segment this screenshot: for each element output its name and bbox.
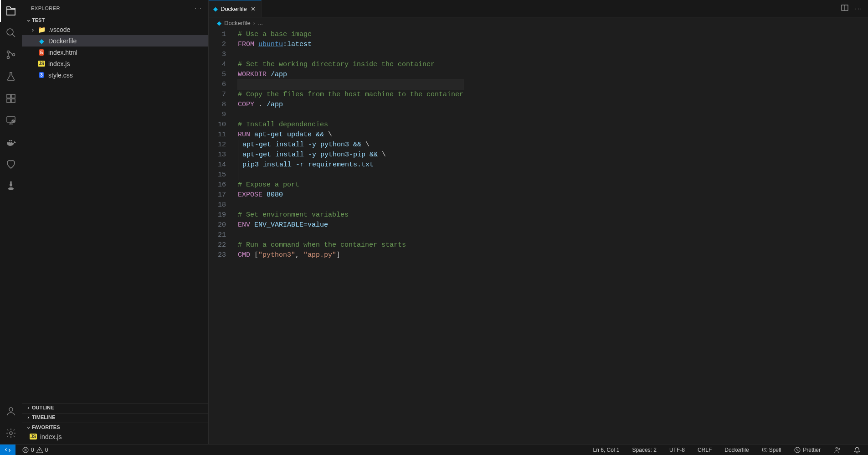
svg-point-4 <box>13 54 15 56</box>
chevron-right-icon: › <box>253 20 255 26</box>
warning-count: 0 <box>45 447 48 453</box>
svg-rect-5 <box>7 94 10 98</box>
code-content[interactable]: # Use a base imageFROM ubuntu:latest # S… <box>238 28 463 444</box>
feedback-icon[interactable] <box>831 446 843 454</box>
file-tree: ›📁.vscode◆Dockerfile5index.htmlJSindex.j… <box>22 24 208 81</box>
search-icon[interactable] <box>0 22 22 44</box>
breadcrumb-tail: ... <box>258 20 263 26</box>
testing-icon[interactable] <box>0 66 22 88</box>
outline-label: OUTLINE <box>32 405 54 410</box>
js-icon: JS <box>36 61 46 67</box>
svg-line-22 <box>796 449 799 451</box>
svg-point-24 <box>839 448 840 450</box>
svg-rect-7 <box>11 99 15 103</box>
source-control-icon[interactable] <box>0 44 22 66</box>
error-count: 0 <box>31 447 34 453</box>
spell-icon: 🄪 <box>762 447 767 453</box>
css-icon: 3 <box>36 72 46 78</box>
timeline-label: TIMELINE <box>32 414 55 420</box>
docker-icon[interactable] <box>0 131 22 153</box>
more-icon[interactable]: ··· <box>195 5 202 11</box>
svg-point-23 <box>836 447 837 449</box>
settings-gear-icon[interactable] <box>0 422 22 444</box>
svg-point-0 <box>7 29 13 35</box>
file-item[interactable]: ◆Dockerfile <box>22 35 208 47</box>
file-item[interactable]: 3style.css <box>22 69 208 81</box>
split-editor-icon[interactable] <box>841 4 848 13</box>
folder-icon: 📁 <box>36 26 46 33</box>
tab-label: Dockerfile <box>221 5 247 12</box>
activity-bar <box>0 0 22 444</box>
svg-point-2 <box>7 51 10 53</box>
chevron-right-icon: › <box>29 26 36 33</box>
html-icon: 5 <box>36 49 46 56</box>
svg-line-1 <box>12 34 15 37</box>
favorites-section[interactable]: ⌄ FAVORITES <box>22 423 208 431</box>
language-mode[interactable]: Dockerfile <box>722 447 751 453</box>
svg-rect-6 <box>7 99 10 103</box>
tree-label: index.js <box>48 60 70 67</box>
docker-icon: ◆ <box>36 37 46 45</box>
more-icon[interactable]: ··· <box>855 5 863 12</box>
tree-label: style.css <box>48 72 73 79</box>
tree-label: Dockerfile <box>48 37 77 45</box>
remote-explorer-icon[interactable] <box>0 109 22 131</box>
docker-icon: ◆ <box>213 5 218 12</box>
tab-dockerfile[interactable]: ◆ Dockerfile ✕ <box>209 0 262 17</box>
breadcrumb[interactable]: ◆ Dockerfile › ... <box>209 17 868 28</box>
tab-bar: ◆ Dockerfile ✕ ··· <box>209 0 868 17</box>
indentation-status[interactable]: Spaces: 2 <box>630 447 659 453</box>
favorite-item[interactable]: JSindex.js <box>22 431 208 442</box>
favorites-label: FAVORITES <box>32 424 60 430</box>
docker-icon: ◆ <box>217 20 221 26</box>
favorites-heart-icon[interactable] <box>0 153 22 175</box>
file-item[interactable]: 5index.html <box>22 47 208 58</box>
svg-point-13 <box>9 408 13 411</box>
sidebar-title: EXPLORER <box>31 5 60 11</box>
chevron-down-icon: ⌄ <box>25 424 32 430</box>
line-gutter: 1234567891011121314151617181920212223 <box>209 28 238 444</box>
editor-body[interactable]: 1234567891011121314151617181920212223 # … <box>209 28 868 444</box>
folder-item[interactable]: ›📁.vscode <box>22 24 208 35</box>
prettier-status[interactable]: Prettier <box>791 446 823 454</box>
genie-icon[interactable] <box>0 175 22 197</box>
file-item[interactable]: JSindex.js <box>22 58 208 69</box>
editor-area: ◆ Dockerfile ✕ ··· ◆ Dockerfile › ... 12… <box>209 0 868 444</box>
tree-label: index.html <box>48 49 77 56</box>
notifications-icon[interactable] <box>851 446 863 454</box>
svg-point-14 <box>10 432 12 434</box>
chevron-right-icon: › <box>25 414 32 420</box>
problems-status[interactable]: 0 0 <box>19 446 51 454</box>
tree-label: index.js <box>40 433 62 440</box>
breadcrumb-file: Dockerfile <box>224 20 251 26</box>
chevron-right-icon: › <box>25 405 32 410</box>
cursor-position[interactable]: Ln 6, Col 1 <box>591 447 622 453</box>
status-bar: 0 0 Ln 6, Col 1 Spaces: 2 UTF-8 CRLF Doc… <box>0 444 868 455</box>
js-icon: JS <box>28 434 38 439</box>
sidebar: EXPLORER ··· ⌄ TEST ›📁.vscode◆Dockerfile… <box>22 0 209 444</box>
accounts-icon[interactable] <box>0 400 22 422</box>
svg-point-3 <box>7 57 10 59</box>
spell-status[interactable]: 🄪Spell <box>759 447 784 453</box>
project-header[interactable]: ⌄ TEST <box>22 16 208 24</box>
eol-status[interactable]: CRLF <box>695 447 714 453</box>
tree-label: .vscode <box>48 26 70 33</box>
svg-rect-8 <box>11 94 15 98</box>
extensions-icon[interactable] <box>0 88 22 109</box>
minimap[interactable] <box>821 30 862 66</box>
explorer-icon[interactable] <box>0 0 22 22</box>
remote-button[interactable] <box>0 445 15 455</box>
project-name: TEST <box>32 17 45 23</box>
chevron-down-icon: ⌄ <box>25 17 32 23</box>
outline-section[interactable]: › OUTLINE <box>22 404 208 411</box>
timeline-section[interactable]: › TIMELINE <box>22 414 208 421</box>
close-icon[interactable]: ✕ <box>250 5 257 12</box>
encoding-status[interactable]: UTF-8 <box>667 447 688 453</box>
